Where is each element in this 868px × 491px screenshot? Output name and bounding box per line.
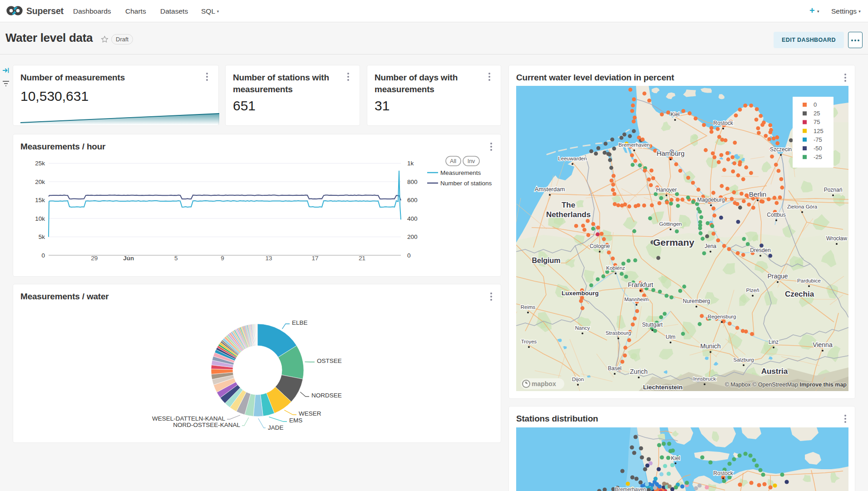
svg-text:Rostock: Rostock xyxy=(713,470,733,476)
svg-text:Szczecin: Szczecin xyxy=(770,146,792,153)
svg-text:Vienna: Vienna xyxy=(813,341,833,348)
svg-text:800: 800 xyxy=(407,179,418,185)
svg-text:JADE: JADE xyxy=(268,424,284,431)
svg-text:Munich: Munich xyxy=(700,342,720,350)
svg-text:-75: -75 xyxy=(814,136,822,143)
svg-text:EMS: EMS xyxy=(289,417,302,424)
svg-text:Austria: Austria xyxy=(761,367,788,376)
svg-text:Salzburg: Salzburg xyxy=(733,357,754,362)
svg-text:WESEL-DATTELN-KANAL: WESEL-DATTELN-KANAL xyxy=(152,415,226,422)
svg-text:NORDSEE: NORDSEE xyxy=(311,392,342,399)
svg-text:Ulm: Ulm xyxy=(666,334,675,340)
svg-text:5k: 5k xyxy=(39,233,45,240)
svg-text:0: 0 xyxy=(407,252,411,259)
svg-text:Pardubice: Pardubice xyxy=(797,278,821,283)
svg-text:Czechia: Czechia xyxy=(785,290,814,298)
svg-text:Number of stations: Number of stations xyxy=(440,180,492,187)
svg-text:Germany: Germany xyxy=(653,237,694,248)
svg-text:Mannheim: Mannheim xyxy=(624,297,649,302)
svg-text:Basel: Basel xyxy=(608,365,621,372)
svg-text:Hanover: Hanover xyxy=(656,187,676,193)
svg-text:Zielona Góra: Zielona Góra xyxy=(787,204,818,209)
svg-text:NORD-OSTSEE-KANAL: NORD-OSTSEE-KANAL xyxy=(173,422,240,428)
svg-text:Frankfurt: Frankfurt xyxy=(628,281,653,288)
svg-text:Jena: Jena xyxy=(705,243,716,249)
svg-text:Plzeň: Plzeň xyxy=(746,288,760,293)
svg-text:The: The xyxy=(562,201,575,209)
svg-text:© Mapbox © OpenStreetMap Impro: © Mapbox © OpenStreetMap Improve this ma… xyxy=(725,382,847,388)
svg-text:10k: 10k xyxy=(35,215,45,222)
svg-text:Berlin: Berlin xyxy=(749,190,766,198)
svg-text:Cottbus: Cottbus xyxy=(767,212,785,218)
svg-text:Strasbourg: Strasbourg xyxy=(606,330,631,336)
svg-text:1k: 1k xyxy=(407,160,414,167)
svg-text:Kiel: Kiel xyxy=(671,455,680,461)
svg-text:Linz: Linz xyxy=(769,339,779,345)
svg-text:Zurich: Zurich xyxy=(630,368,648,375)
svg-text:Magdeburg: Magdeburg xyxy=(697,197,725,203)
svg-text:75: 75 xyxy=(814,119,820,125)
svg-text:Dijon: Dijon xyxy=(572,377,584,382)
svg-text:15k: 15k xyxy=(35,197,45,203)
svg-text:0: 0 xyxy=(814,101,817,108)
svg-text:200: 200 xyxy=(407,233,418,240)
svg-text:-50: -50 xyxy=(814,145,822,152)
svg-text:600: 600 xyxy=(407,197,418,203)
svg-text:Kiel: Kiel xyxy=(671,111,680,118)
svg-text:Poznań: Poznań xyxy=(824,187,843,193)
svg-text:20k: 20k xyxy=(35,179,45,185)
svg-text:Dresden: Dresden xyxy=(750,247,770,253)
svg-text:Luxembourg: Luxembourg xyxy=(562,290,599,297)
svg-text:Cologne: Cologne xyxy=(590,243,610,249)
svg-text:Troyes: Troyes xyxy=(521,339,537,344)
svg-text:Inv: Inv xyxy=(468,158,475,164)
svg-text:Liechtenstein: Liechtenstein xyxy=(643,384,682,391)
svg-text:OSTSEE: OSTSEE xyxy=(317,357,342,364)
svg-text:Innsbruck: Innsbruck xyxy=(693,376,716,382)
svg-text:25k: 25k xyxy=(35,160,45,167)
svg-text:Nuremberg: Nuremberg xyxy=(683,298,710,304)
svg-text:Regensburg: Regensburg xyxy=(708,314,736,319)
svg-text:Prague: Prague xyxy=(767,273,788,280)
svg-text:400: 400 xyxy=(407,215,418,222)
svg-text:Measurements: Measurements xyxy=(440,169,481,176)
svg-text:Netherlands: Netherlands xyxy=(546,210,591,219)
svg-text:0: 0 xyxy=(41,252,45,259)
svg-text:Reims: Reims xyxy=(521,304,536,310)
svg-text:Rostock: Rostock xyxy=(713,120,733,126)
svg-text:All: All xyxy=(450,158,456,164)
svg-text:mapbox: mapbox xyxy=(532,380,556,387)
svg-text:125: 125 xyxy=(814,128,824,134)
svg-text:Koblenz: Koblenz xyxy=(606,265,625,271)
svg-text:Belgium: Belgium xyxy=(532,257,560,264)
svg-text:WESER: WESER xyxy=(299,410,321,417)
svg-text:Göttingen: Göttingen xyxy=(659,221,682,227)
svg-text:Bremerhaven: Bremerhaven xyxy=(615,486,646,491)
svg-text:25: 25 xyxy=(814,110,820,117)
svg-text:-25: -25 xyxy=(814,154,822,160)
svg-text:Leeuwarden: Leeuwarden xyxy=(558,156,587,161)
svg-text:Amsterdam: Amsterdam xyxy=(535,186,565,193)
svg-text:ELBE: ELBE xyxy=(292,319,308,326)
svg-text:Bremerhaven: Bremerhaven xyxy=(618,142,650,148)
svg-text:Wrocław: Wrocław xyxy=(826,235,847,242)
svg-text:Stuttgart: Stuttgart xyxy=(642,322,663,328)
svg-text:Hamburg: Hamburg xyxy=(656,149,685,157)
svg-text:Nancy: Nancy xyxy=(575,325,590,331)
